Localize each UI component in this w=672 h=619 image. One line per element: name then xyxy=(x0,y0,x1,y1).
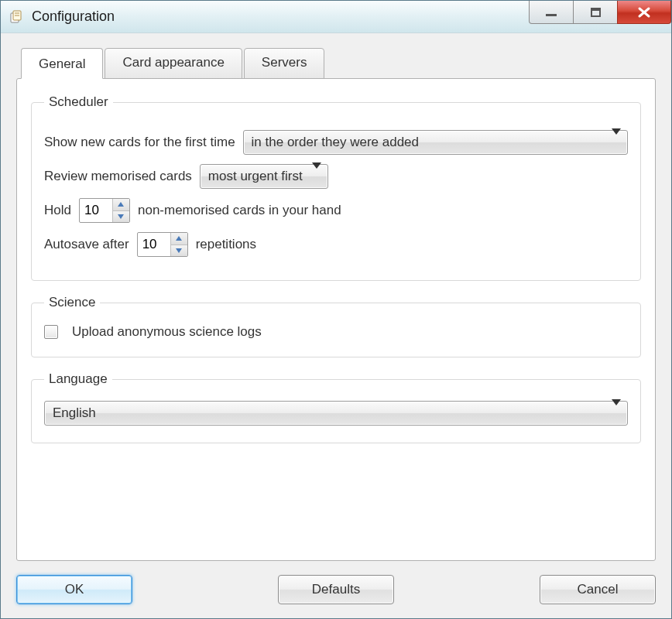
language-row: English xyxy=(44,401,628,426)
tab-general[interactable]: General xyxy=(21,48,103,79)
upload-row: Upload anonymous science logs xyxy=(44,324,628,340)
chevron-down-icon xyxy=(312,169,321,184)
autosave-spinner[interactable] xyxy=(137,232,188,257)
minimize-button[interactable] xyxy=(529,1,574,24)
science-legend: Science xyxy=(44,295,100,310)
minimize-icon xyxy=(544,7,558,18)
chevron-down-icon xyxy=(176,248,182,253)
language-legend: Language xyxy=(44,371,112,387)
hold-spin-up[interactable] xyxy=(113,199,129,210)
tab-region: General Card appearance Servers Schedule… xyxy=(16,47,656,561)
chevron-up-icon xyxy=(176,236,182,241)
show-new-row: Show new cards for the first time in the… xyxy=(44,130,628,155)
tab-servers[interactable]: Servers xyxy=(244,48,325,79)
show-new-select[interactable]: in the order they were added xyxy=(243,130,628,155)
language-select[interactable]: English xyxy=(44,401,628,426)
svg-rect-4 xyxy=(546,14,557,16)
show-new-value: in the order they were added xyxy=(252,135,419,150)
titlebar: Configuration xyxy=(1,1,671,33)
autosave-input[interactable] xyxy=(138,233,170,256)
close-button[interactable] xyxy=(617,1,671,24)
hold-input[interactable] xyxy=(80,199,112,222)
scheduler-group: Scheduler Show new cards for the first t… xyxy=(31,94,641,281)
window-controls xyxy=(530,1,671,24)
hold-row: Hold non-memorised cards in your hand xyxy=(44,198,628,223)
hold-spinner[interactable] xyxy=(79,198,130,223)
cancel-button[interactable]: Cancel xyxy=(540,575,656,604)
upload-label: Upload anonymous science logs xyxy=(72,324,262,340)
client-area: General Card appearance Servers Schedule… xyxy=(1,33,671,618)
chevron-down-icon xyxy=(612,135,621,150)
chevron-down-icon xyxy=(612,405,621,421)
configuration-window: Configuration General Card appearance Se… xyxy=(0,0,672,619)
science-group: Science Upload anonymous science logs xyxy=(31,295,641,357)
autosave-row: Autosave after repetitions xyxy=(44,232,628,257)
chevron-up-icon xyxy=(118,202,124,207)
hold-suffix: non-memorised cards in your hand xyxy=(138,203,341,218)
window-title: Configuration xyxy=(32,9,115,25)
review-value: most urgent first xyxy=(208,169,303,184)
review-select[interactable]: most urgent first xyxy=(200,164,328,189)
maximize-icon xyxy=(591,8,601,17)
defaults-button[interactable]: Defaults xyxy=(278,575,394,604)
tabpanel-general: Scheduler Show new cards for the first t… xyxy=(16,78,656,561)
autosave-prefix: Autosave after xyxy=(44,237,129,252)
tab-strip: General Card appearance Servers xyxy=(16,47,656,78)
autosave-spin-up[interactable] xyxy=(171,233,187,245)
hold-prefix: Hold xyxy=(44,203,71,218)
review-row: Review memorised cards most urgent first xyxy=(44,164,628,189)
dialog-buttons: OK Defaults Cancel xyxy=(16,561,656,604)
autosave-suffix: repetitions xyxy=(196,237,256,252)
review-label: Review memorised cards xyxy=(44,169,192,184)
ok-button[interactable]: OK xyxy=(16,575,132,604)
show-new-label: Show new cards for the first time xyxy=(44,135,235,150)
hold-spin-down[interactable] xyxy=(113,210,129,223)
autosave-spin-down[interactable] xyxy=(171,245,187,257)
app-icon xyxy=(9,9,24,25)
scheduler-legend: Scheduler xyxy=(44,94,113,110)
language-value: English xyxy=(53,405,96,421)
tab-card-appearance[interactable]: Card appearance xyxy=(105,48,242,79)
close-icon xyxy=(636,6,652,19)
chevron-down-icon xyxy=(118,214,124,219)
language-group: Language English xyxy=(31,371,641,443)
upload-checkbox[interactable] xyxy=(44,325,58,339)
maximize-button[interactable] xyxy=(573,1,618,24)
